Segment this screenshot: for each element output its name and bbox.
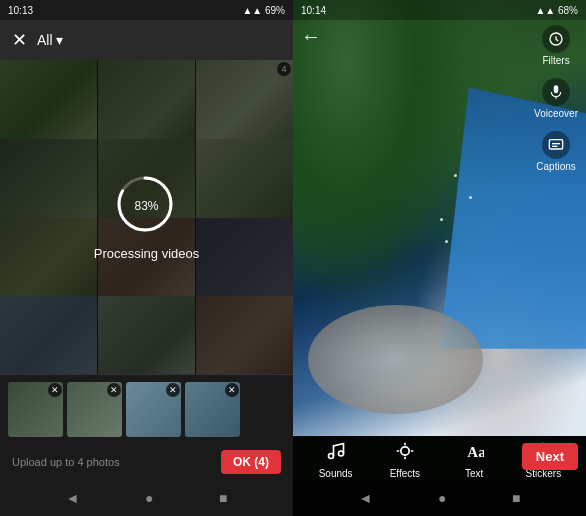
text-label: Text xyxy=(465,468,483,479)
effects-tool[interactable]: Effects xyxy=(370,437,439,479)
status-time-left: 10:13 xyxy=(8,5,33,16)
status-icons-right: ▲▲ 68% xyxy=(535,5,578,16)
voiceover-control[interactable]: Voiceover xyxy=(534,78,578,119)
effects-icon xyxy=(391,437,419,465)
svg-rect-5 xyxy=(549,140,562,149)
progress-percent: 83% xyxy=(134,199,158,213)
home-nav-icon-left[interactable]: ● xyxy=(145,490,153,506)
svg-text:Aa: Aa xyxy=(467,444,484,460)
recents-nav-icon-left[interactable]: ■ xyxy=(219,490,227,506)
effects-label: Effects xyxy=(390,468,420,479)
album-dropdown[interactable]: All ▾ xyxy=(37,32,63,48)
status-bar-right: 10:14 ▲▲ 68% xyxy=(293,0,586,20)
text-tool[interactable]: Aa Text xyxy=(440,437,509,479)
remove-thumb-4[interactable]: ✕ xyxy=(225,383,239,397)
photo-grid: 4 83% Processing videos xyxy=(0,60,293,374)
filters-control[interactable]: Filters xyxy=(542,25,570,66)
sounds-icon xyxy=(322,437,350,465)
selected-thumb-3[interactable]: ✕ xyxy=(126,382,181,437)
remove-thumb-1[interactable]: ✕ xyxy=(48,383,62,397)
microphone-icon xyxy=(542,78,570,106)
progress-circle-container: 83% xyxy=(115,174,179,238)
remove-thumb-2[interactable]: ✕ xyxy=(107,383,121,397)
captions-label: Captions xyxy=(536,161,575,172)
sparkle-3 xyxy=(469,196,472,199)
back-button-right[interactable]: ← xyxy=(301,25,321,48)
svg-rect-3 xyxy=(554,85,559,93)
back-nav-icon-right[interactable]: ◄ xyxy=(359,490,373,506)
selected-thumb-2[interactable]: ✕ xyxy=(67,382,122,437)
svg-point-9 xyxy=(338,451,343,456)
close-button[interactable]: ✕ xyxy=(12,29,27,51)
bottom-action-bar: Upload up to 4 photos OK (4) xyxy=(0,444,293,480)
sparkle-2 xyxy=(440,218,443,221)
sounds-label: Sounds xyxy=(319,468,353,479)
right-controls: Filters Voiceover xyxy=(534,25,578,172)
voiceover-label: Voiceover xyxy=(534,108,578,119)
filters-icon xyxy=(542,25,570,53)
left-panel: 10:13 ▲▲ 69% ✕ All ▾ 4 xyxy=(0,0,293,516)
svg-point-8 xyxy=(328,454,333,459)
right-panel: 10:14 ▲▲ 68% ← Fil xyxy=(293,0,586,516)
home-nav-icon-right[interactable]: ● xyxy=(438,490,446,506)
captions-control[interactable]: Captions xyxy=(536,131,575,172)
selected-thumb-1[interactable]: ✕ xyxy=(8,382,63,437)
next-button[interactable]: Next xyxy=(522,443,578,470)
remove-thumb-3[interactable]: ✕ xyxy=(166,383,180,397)
sounds-tool[interactable]: Sounds xyxy=(301,437,370,479)
nav-bar-right: ◄ ● ■ xyxy=(293,480,586,516)
text-icon: Aa xyxy=(460,437,488,465)
captions-icon xyxy=(542,131,570,159)
status-icons-left: ▲▲ 69% xyxy=(242,5,285,16)
nav-bar-left: ◄ ● ■ xyxy=(0,480,293,516)
status-time-right: 10:14 xyxy=(301,5,326,16)
pebbles-element xyxy=(308,305,484,414)
recents-nav-icon-right[interactable]: ■ xyxy=(512,490,520,506)
status-bar-left: 10:13 ▲▲ 69% xyxy=(0,0,293,20)
chevron-down-icon: ▾ xyxy=(56,32,63,48)
upload-limit-text: Upload up to 4 photos xyxy=(12,456,120,468)
video-preview: ← Filters xyxy=(293,0,586,436)
filters-label: Filters xyxy=(542,55,569,66)
selected-thumbnails-bar: ✕ ✕ ✕ ✕ xyxy=(0,374,293,444)
left-header: ✕ All ▾ xyxy=(0,20,293,60)
processing-overlay: 83% Processing videos xyxy=(0,60,293,374)
ok-button[interactable]: OK (4) xyxy=(221,450,281,474)
svg-point-10 xyxy=(401,447,409,455)
back-nav-icon-left[interactable]: ◄ xyxy=(66,490,80,506)
processing-label: Processing videos xyxy=(94,246,200,261)
dropdown-label: All xyxy=(37,32,53,48)
selected-thumb-4[interactable]: ✕ xyxy=(185,382,240,437)
